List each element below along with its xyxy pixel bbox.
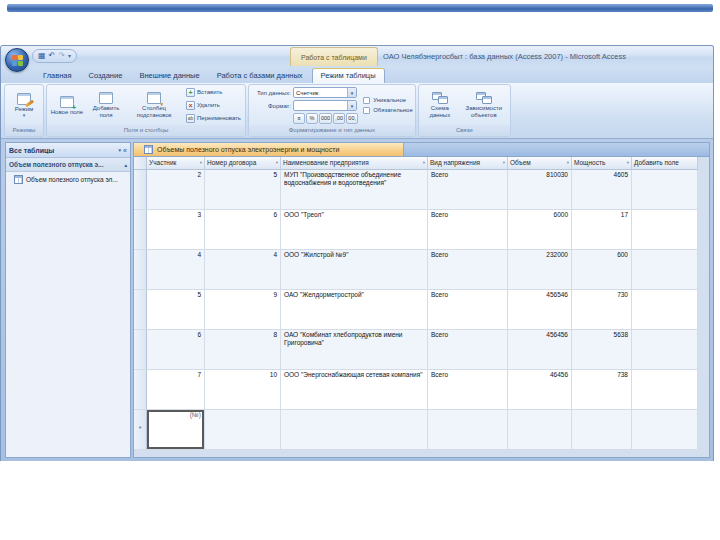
row-selector[interactable] (134, 250, 147, 290)
datatype-combo[interactable]: Счетчик ▾ (293, 87, 357, 98)
table-cell[interactable]: 810030 (508, 170, 572, 210)
percent-format-button[interactable]: % (306, 113, 318, 124)
table-cell[interactable]: Всего (428, 290, 508, 330)
column-header[interactable]: Добавить поле (632, 157, 698, 170)
table-cell[interactable]: 730 (572, 290, 632, 330)
document-tab[interactable]: Объемы полезного отпуска электроэнергии … (134, 143, 404, 156)
rename-button[interactable]: ab Переименовать (184, 112, 243, 124)
column-header[interactable]: Мощность▾ (572, 157, 632, 170)
sort-dropdown-icon[interactable]: ▾ (627, 160, 629, 166)
table-cell[interactable]: 456456 (508, 330, 572, 370)
table-cell[interactable]: 6 (147, 330, 205, 370)
currency-format-button[interactable]: ¤ (293, 113, 305, 124)
column-header[interactable]: Наименование предприятия▾ (281, 157, 428, 170)
view-dropdown-icon[interactable]: ▾ (23, 113, 26, 118)
sort-dropdown-icon[interactable]: ▾ (200, 160, 202, 166)
new-record-selector[interactable]: * (134, 410, 147, 450)
navigation-pane-header[interactable]: Все таблицы ▾ « (6, 143, 130, 158)
table-cell[interactable]: 2 (147, 170, 205, 210)
sort-dropdown-icon[interactable]: ▾ (567, 160, 569, 166)
column-header[interactable]: Объем▾ (508, 157, 572, 170)
table-cell[interactable]: 738 (572, 370, 632, 410)
table-cell[interactable]: Всего (428, 370, 508, 410)
table-cell[interactable]: 6 (205, 210, 281, 250)
navpane-item-table[interactable]: Объем полезного отпуска эл... (6, 172, 130, 186)
increase-decimals-button[interactable]: ,00 (333, 113, 345, 124)
table-cell[interactable] (632, 370, 698, 410)
table-cell[interactable]: 456546 (508, 290, 572, 330)
table-cell[interactable] (508, 410, 572, 450)
table-cell[interactable] (632, 210, 698, 250)
row-selector[interactable] (134, 370, 147, 410)
column-header[interactable]: Вид напряжения▾ (428, 157, 508, 170)
table-cell[interactable] (281, 410, 428, 450)
table-cell[interactable]: 5 (147, 290, 205, 330)
table-cell[interactable]: 9 (205, 290, 281, 330)
table-cell[interactable]: ОАО "Желдорметрострой" (281, 290, 428, 330)
group-collapse-icon[interactable]: ▴ (124, 162, 127, 168)
required-checkbox[interactable]: Обязательное (363, 107, 413, 114)
tab-datasheet[interactable]: Режим таблицы (312, 68, 385, 83)
column-header[interactable]: Номер договора▾ (205, 157, 281, 170)
table-cell[interactable]: 5638 (572, 330, 632, 370)
table-cell[interactable] (205, 410, 281, 450)
table-cell[interactable]: Всего (428, 250, 508, 290)
save-icon[interactable]: ▦ (38, 52, 46, 60)
navpane-collapse-icon[interactable]: « (123, 147, 127, 154)
table-cell[interactable]: Всего (428, 330, 508, 370)
combo-dropdown-icon[interactable]: ▾ (347, 101, 356, 110)
navpane-group-header[interactable]: Объем полезного отпуска э... ▴ (6, 158, 130, 172)
row-selector[interactable] (134, 170, 147, 210)
table-cell[interactable]: МУП "Производственное объединение водосн… (281, 170, 428, 210)
view-button[interactable]: Режим ▾ (7, 91, 41, 120)
column-header[interactable]: Участник▾ (147, 157, 205, 170)
table-cell[interactable]: ООО "Треол" (281, 210, 428, 250)
delete-button[interactable]: × Удалить (184, 99, 243, 111)
add-fields-button[interactable]: Добавить поля (86, 90, 126, 120)
table-cell[interactable] (632, 170, 698, 210)
tab-database-tools[interactable]: Работа с базами данных (209, 69, 311, 83)
row-selector[interactable] (134, 210, 147, 250)
table-cell[interactable]: 6000 (508, 210, 572, 250)
table-cell[interactable] (632, 330, 698, 370)
redo-icon[interactable]: ↷ (58, 52, 65, 60)
table-cell[interactable] (632, 290, 698, 330)
row-selector[interactable] (134, 330, 147, 370)
table-cell[interactable]: 4 (147, 250, 205, 290)
undo-icon[interactable]: ↶ (49, 52, 56, 60)
tab-home[interactable]: Главная (35, 69, 80, 83)
insert-button[interactable]: + Вставить (184, 86, 243, 98)
table-cell[interactable] (428, 410, 508, 450)
table-cell[interactable]: ОАО "Комбинат хлебопродуктов имени Григо… (281, 330, 428, 370)
sort-dropdown-icon[interactable]: ▾ (276, 160, 278, 166)
table-cell[interactable]: 232000 (508, 250, 572, 290)
table-cell[interactable]: 10 (205, 370, 281, 410)
table-cell[interactable] (572, 410, 632, 450)
relationships-button[interactable]: Схема данных (421, 90, 459, 120)
tab-external-data[interactable]: Внешние данные (131, 69, 207, 83)
table-cell[interactable]: 600 (572, 250, 632, 290)
table-cell[interactable]: ООО "Жилстрой №9" (281, 250, 428, 290)
tab-create[interactable]: Создание (81, 69, 131, 83)
decrease-decimals-button[interactable]: 00, (346, 113, 358, 124)
row-selector[interactable] (134, 290, 147, 330)
new-field-button[interactable]: + Новое поле (49, 94, 85, 117)
active-cell[interactable]: (№) (147, 410, 205, 450)
table-cell[interactable]: 46456 (508, 370, 572, 410)
table-cell[interactable]: 5 (205, 170, 281, 210)
office-button[interactable] (5, 48, 29, 72)
table-cell[interactable]: ООО "Энергоснабжающая сетевая компания" (281, 370, 428, 410)
table-cell[interactable]: 3 (147, 210, 205, 250)
row-selector-header[interactable] (134, 157, 147, 170)
table-cell[interactable]: Всего (428, 210, 508, 250)
thousands-format-button[interactable]: 000 (319, 113, 332, 124)
combo-dropdown-icon[interactable]: ▾ (347, 88, 356, 97)
format-combo[interactable]: ▾ (293, 100, 357, 111)
table-cell[interactable]: 17 (572, 210, 632, 250)
unique-checkbox[interactable]: Уникальное (363, 97, 413, 104)
qat-dropdown-icon[interactable]: ▾ (68, 53, 71, 59)
navpane-dropdown-icon[interactable]: ▾ (119, 147, 122, 153)
lookup-column-button[interactable]: ▾ Столбец подстановок (127, 90, 181, 120)
sort-dropdown-icon[interactable]: ▾ (503, 160, 505, 166)
table-cell[interactable]: 4 (205, 250, 281, 290)
